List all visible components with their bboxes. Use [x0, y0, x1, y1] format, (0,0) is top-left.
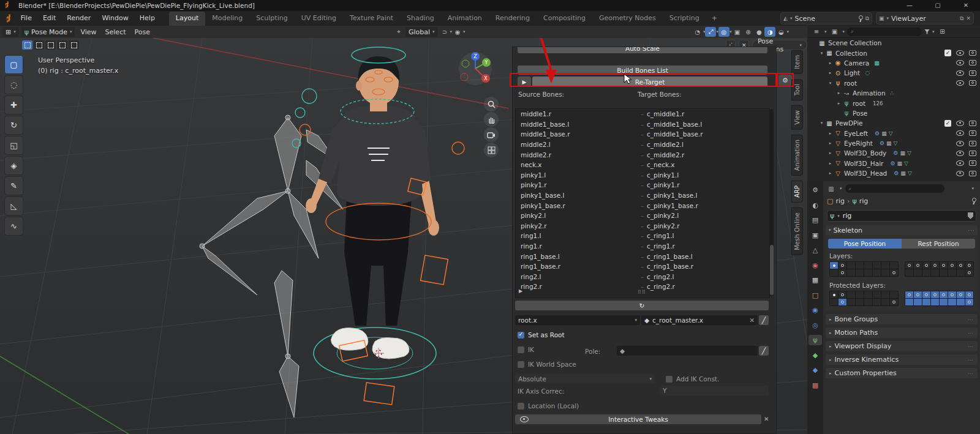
menu-item[interactable]: File: [15, 11, 37, 26]
outliner-row[interactable]: ▦ Scene Collection ⚙ ▦ ▽ ✓: [807, 38, 980, 48]
fake-user-shield-icon[interactable]: [968, 212, 973, 219]
ik-axis-dropdown[interactable]: Y: [660, 386, 769, 395]
properties-tab[interactable]: △: [809, 245, 822, 255]
layer-cell[interactable]: [839, 269, 846, 276]
bone-pair-row[interactable]: pinky1.r – c_pinky1.r: [516, 180, 769, 190]
layer-cell[interactable]: [940, 262, 948, 269]
sidebar-tab[interactable]: Mesh Online: [791, 208, 803, 255]
layer-cell[interactable]: [948, 269, 956, 276]
bone-pair-row[interactable]: middle1_base.r – c_middle1_base.r: [516, 129, 769, 140]
pin-icon[interactable]: [858, 15, 863, 22]
layer-cell[interactable]: [847, 269, 855, 276]
workspace-tab[interactable]: Compositing: [537, 12, 592, 26]
bone-pair-row[interactable]: pinky1_base.r – c_pinky1_base.r: [516, 200, 769, 211]
expand-icon[interactable]: ▸: [827, 171, 834, 176]
layer-cell[interactable]: [856, 291, 864, 298]
gizmos-toggle-icon[interactable]: ⤢: [705, 27, 716, 37]
workspace-tab[interactable]: Animation: [441, 12, 489, 26]
view-layer-selector[interactable]: ▣ ▾ ViewLayer ⧉ ✕: [876, 12, 974, 24]
workspace-tab[interactable]: UV Editing: [295, 12, 343, 26]
refresh-list-button[interactable]: ↻: [515, 301, 769, 310]
panel-grip-icon[interactable]: ⋯: [968, 316, 974, 323]
orientation-selector[interactable]: Global▾: [405, 27, 438, 37]
properties-tab[interactable]: ▤: [809, 215, 822, 225]
expand-icon[interactable]: ▾: [818, 121, 825, 125]
layer-cell[interactable]: [957, 299, 965, 305]
outliner-row[interactable]: ▾ ▦ Collection ⚙ ▦ ▽ ✓: [807, 48, 980, 58]
select-mode-intersect[interactable]: [69, 40, 79, 50]
outliner-row[interactable]: ▾ ψ root ⚙ ▦ ▽ ✓: [807, 78, 980, 88]
disable-render-camera-icon[interactable]: [969, 160, 976, 166]
properties-options-icon[interactable]: ▾: [971, 186, 974, 191]
layer-cell[interactable]: [965, 299, 973, 305]
sidebar-tab[interactable]: Tool: [791, 79, 803, 100]
layer-cell[interactable]: [864, 291, 872, 298]
list-resize-grip[interactable]: ⠿⠿: [638, 290, 646, 295]
layer-cell[interactable]: [922, 262, 930, 269]
camera-view-icon[interactable]: [484, 127, 499, 142]
tool-button[interactable]: ◌: [4, 75, 23, 94]
properties-tab[interactable]: ⚙: [809, 185, 822, 195]
ik-row[interactable]: IK: [518, 346, 534, 353]
transform-pivot-icon[interactable]: ⌖: [393, 27, 404, 37]
absolute-dropdown[interactable]: Absolute ▾: [515, 374, 655, 384]
close-x-icon[interactable]: ✕: [764, 416, 769, 422]
layer-cell[interactable]: [890, 299, 898, 305]
properties-tab[interactable]: ◐: [809, 200, 822, 211]
viewport-menu[interactable]: Pose: [130, 28, 154, 36]
add-ik-const-row[interactable]: Add IK Const.: [666, 375, 719, 383]
layer-cell[interactable]: [940, 291, 948, 298]
sidebar-tab[interactable]: Animation: [791, 135, 803, 176]
bone-pair-row[interactable]: pinky2.l – c_pinky2.l: [516, 211, 769, 221]
armature-name-field[interactable]: ψ▾ rig: [827, 210, 976, 222]
layer-cell[interactable]: [957, 269, 965, 276]
new-collection-icon[interactable]: ⊞: [937, 27, 948, 37]
bone-list-scrollbar[interactable]: [770, 109, 774, 296]
properties-tab[interactable]: □: [809, 290, 822, 301]
properties-tab[interactable]: ◆: [809, 350, 822, 361]
sidebar-tab[interactable]: Item: [791, 50, 803, 74]
outliner-row[interactable]: ▸ ▽ Wolf3D_Hair ⚙ ▦ ▽ ✓: [807, 159, 980, 168]
disable-render-camera-icon[interactable]: [969, 141, 976, 146]
bone-pair-row[interactable]: neck.x – c_neck.x: [516, 160, 769, 170]
select-mode-invert[interactable]: [57, 40, 67, 50]
properties-tab[interactable]: ▩: [809, 380, 822, 391]
workspace-tab[interactable]: Texture Paint: [343, 12, 400, 26]
layer-cell[interactable]: [965, 291, 973, 298]
panel-grip-icon[interactable]: ⋯: [968, 357, 974, 363]
ik-checkbox[interactable]: [518, 346, 524, 353]
menu-item[interactable]: Edit: [37, 11, 61, 26]
interactive-tweaks-button[interactable]: Interactive Tweaks: [515, 414, 761, 424]
minimize-button[interactable]: —: [895, 0, 924, 11]
bone-pair-row[interactable]: pinky1_base.l – c_pinky1_base.l: [516, 190, 769, 201]
root-target-field[interactable]: ◆ c_root_master.x ✕: [641, 315, 758, 325]
layer-cell[interactable]: [881, 269, 889, 276]
set-as-root-checkbox[interactable]: [518, 332, 524, 339]
layer-cell[interactable]: [856, 269, 864, 276]
outliner-row[interactable]: ▸ ◉ Camera ▦ ⚙ ▦ ▽ ✓: [807, 58, 980, 68]
disable-render-camera-icon[interactable]: [969, 121, 976, 126]
tool-button[interactable]: ↻: [4, 116, 23, 135]
filter-funnel-icon[interactable]: [924, 29, 930, 34]
properties-editor-icon[interactable]: ▥: [826, 184, 837, 193]
outliner-search-input[interactable]: ⌕: [847, 28, 922, 36]
layer-cell[interactable]: [914, 262, 922, 269]
layer-cell[interactable]: [839, 291, 846, 298]
layer-cell[interactable]: [830, 269, 838, 276]
shading-wireframe-icon[interactable]: ⊕: [742, 27, 753, 37]
layer-cell[interactable]: [881, 291, 889, 298]
tool-button[interactable]: ◺: [4, 196, 23, 215]
sidebar-tab[interactable]: ARP: [791, 181, 803, 203]
add-workspace-button[interactable]: +: [706, 11, 723, 26]
hide-viewport-eye-icon[interactable]: [956, 80, 964, 86]
ik-world-space-checkbox[interactable]: [518, 361, 524, 368]
outliner-display-mode-icon[interactable]: ≡: [811, 27, 822, 37]
navigation-gizmo[interactable]: Z Y X: [459, 52, 492, 85]
layer-cell[interactable]: [847, 262, 855, 269]
collection-checkbox[interactable]: ✓: [944, 50, 951, 56]
expand-icon[interactable]: ▸: [835, 91, 842, 95]
workspace-tab[interactable]: Layout: [169, 12, 205, 26]
zoom-icon[interactable]: [484, 97, 499, 111]
pole-target-field[interactable]: ◆: [617, 346, 758, 356]
collapsed-panel-header[interactable]: ▸ Motion Paths ⋯: [826, 327, 978, 338]
